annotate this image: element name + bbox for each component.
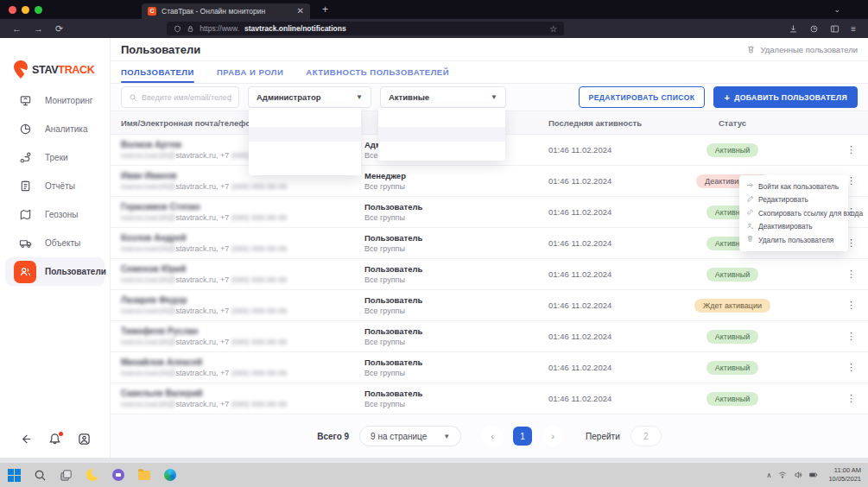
row-menu-icon[interactable]: ⋮	[846, 331, 856, 342]
url-bar[interactable]: https://www.stavtrack.online/notificatio…	[167, 22, 564, 35]
row-menu-icon[interactable]: ⋮	[846, 393, 856, 404]
back-icon[interactable]: ←	[12, 23, 22, 34]
last-activity: 01:46 11.02.2024	[548, 363, 681, 372]
sidebar-item[interactable]: Треки	[5, 143, 105, 172]
dropdown-option[interactable]	[378, 142, 505, 156]
browser-tab[interactable]: С СтавТрак - Онлайн мониторин ✕	[142, 3, 310, 19]
search-box[interactable]	[121, 86, 239, 108]
logo-text-track: TRACK	[58, 64, 94, 76]
battery-icon[interactable]	[809, 471, 818, 479]
profile-icon[interactable]	[78, 433, 91, 449]
tab-item[interactable]: ПОЛЬЗОВАТЕЛИ	[121, 61, 194, 83]
notification-dot	[59, 432, 63, 436]
tab-close-icon[interactable]: ✕	[297, 6, 304, 16]
last-activity: 01:46 11.02.2024	[548, 332, 681, 341]
volume-icon[interactable]	[794, 471, 802, 479]
wifi-icon[interactable]	[778, 471, 787, 479]
context-menu-item[interactable]: Редактировать	[739, 193, 848, 207]
sidebar-item[interactable]: Пользователи	[5, 257, 105, 286]
edge-icon[interactable]	[162, 468, 177, 483]
row-menu-icon[interactable]: ⋮	[846, 269, 856, 280]
user-email-phone: ivanov.ivan26@stavtrack.ru, +7 (999) 999…	[121, 275, 364, 284]
maximize-window-button[interactable]	[35, 6, 42, 14]
app-window: STAVTRACK Мониторинг Аналитика Треки	[0, 38, 868, 458]
table-row: Савельев Валерий ivanov.ivan26@stavtrack…	[111, 383, 868, 414]
forward-icon[interactable]: →	[34, 23, 43, 34]
next-page-button[interactable]: ›	[542, 426, 563, 446]
trash-icon	[746, 45, 756, 54]
sidebar-item[interactable]: Аналитика	[5, 115, 105, 143]
context-menu-item[interactable]: Войти как пользователь	[739, 180, 848, 193]
taskbar-search-icon[interactable]	[33, 468, 48, 483]
firefox-icon[interactable]	[85, 468, 99, 483]
file-explorer-icon[interactable]	[136, 468, 151, 483]
sidebar-toggle-icon[interactable]	[830, 24, 839, 34]
per-page-select[interactable]: 9 на странице ▼	[359, 426, 461, 446]
minimize-window-button[interactable]	[22, 6, 29, 14]
status-filter-select[interactable]: Активные ▼	[380, 86, 506, 108]
sidebar-item[interactable]: Мониторинг	[5, 86, 105, 115]
tab-list-chevron-icon[interactable]: ⌄	[833, 5, 840, 14]
tab-item[interactable]: ПРАВА И РОЛИ	[217, 61, 283, 83]
context-menu-item[interactable]: Удалить пользователя	[739, 233, 848, 247]
last-activity: 01:46 11.02.2024	[548, 238, 681, 248]
row-menu-icon[interactable]: ⋮	[846, 144, 856, 155]
sidebar-item-label: Геозоны	[45, 210, 79, 219]
sidebar-item[interactable]: Объекты	[5, 229, 105, 257]
hamburger-menu-icon[interactable]: ≡	[851, 24, 856, 34]
sidebar-item[interactable]: Геозоны	[5, 200, 105, 229]
goto-page-input[interactable]: 2	[630, 426, 662, 446]
user-role: Пользователь	[364, 357, 548, 367]
row-menu-icon[interactable]: ⋮	[846, 300, 856, 311]
sidebar-item[interactable]: Отчёты	[5, 172, 105, 200]
sidebar-item-label: Пользователи	[45, 267, 106, 276]
taskbar-clock[interactable]: 11:00 AM 10/05/2021	[828, 466, 861, 484]
tab-item[interactable]: АКТИВНОСТЬ ПОЛЬЗОВАТЕЛЕЙ	[306, 61, 449, 83]
clock-date: 10/05/2021	[828, 475, 861, 484]
row-menu-icon[interactable]: ⋮	[846, 362, 856, 373]
search-input[interactable]	[142, 93, 231, 102]
chevron-down-icon: ▼	[491, 93, 497, 101]
dropdown-option[interactable]	[249, 156, 361, 171]
add-user-button[interactable]: + ДОБАВИТЬ ПОЛЬЗОВАТЕЛЯ	[713, 86, 858, 108]
context-menu-item[interactable]: Скопировать ссылку для входа	[739, 206, 848, 220]
context-menu-item[interactable]: Деактивировать	[739, 220, 848, 234]
task-view-icon[interactable]	[59, 468, 73, 483]
pie-icon	[14, 118, 36, 141]
start-button-icon[interactable]	[7, 468, 22, 483]
users-icon	[14, 261, 36, 283]
edit-list-button[interactable]: РЕДАКТИРОВАТЬ СПИСОК	[579, 86, 706, 108]
dropdown-option[interactable]	[378, 112, 505, 127]
close-window-button[interactable]	[9, 6, 16, 14]
page-title: Пользователи	[121, 43, 200, 56]
notifications-bell-icon[interactable]	[48, 433, 61, 449]
monitor-icon	[14, 90, 36, 112]
downloads-icon[interactable]	[789, 24, 798, 34]
bookmark-star-icon[interactable]: ☆	[549, 24, 557, 34]
status-filter-value: Активные	[389, 92, 429, 102]
window-controls[interactable]	[9, 6, 42, 14]
dropdown-option[interactable]	[249, 112, 361, 127]
user-name: Лазарев Федор	[121, 295, 364, 305]
lock-icon[interactable]	[187, 25, 194, 33]
prev-page-button[interactable]: ‹	[482, 426, 503, 446]
user-groups: Все группы	[364, 275, 548, 284]
shield-icon[interactable]	[174, 25, 181, 33]
current-page-button[interactable]: 1	[513, 427, 532, 446]
deleted-users-link[interactable]: Удаленные пользователи	[746, 45, 858, 54]
dropdown-option[interactable]	[378, 127, 505, 142]
chat-icon[interactable]	[111, 468, 125, 483]
user-groups: Все группы	[364, 182, 548, 191]
collapse-sidebar-icon[interactable]	[19, 433, 32, 449]
extensions-icon[interactable]	[809, 24, 819, 34]
dropdown-option[interactable]	[249, 142, 361, 156]
role-filter-select[interactable]: Администратор ▼	[248, 86, 371, 108]
reload-icon[interactable]: ⟳	[55, 23, 63, 35]
new-tab-button[interactable]: +	[322, 3, 328, 16]
url-domain: stavtrack.online/notifications	[244, 24, 346, 33]
dropdown-option[interactable]	[249, 127, 361, 142]
tray-chevron-icon[interactable]: ∧	[767, 471, 772, 479]
tab-title: СтавТрак - Онлайн мониторин	[162, 7, 292, 16]
sidebar-item-label: Мониторинг	[45, 96, 92, 105]
last-activity: 01:46 11.02.2024	[548, 207, 681, 217]
